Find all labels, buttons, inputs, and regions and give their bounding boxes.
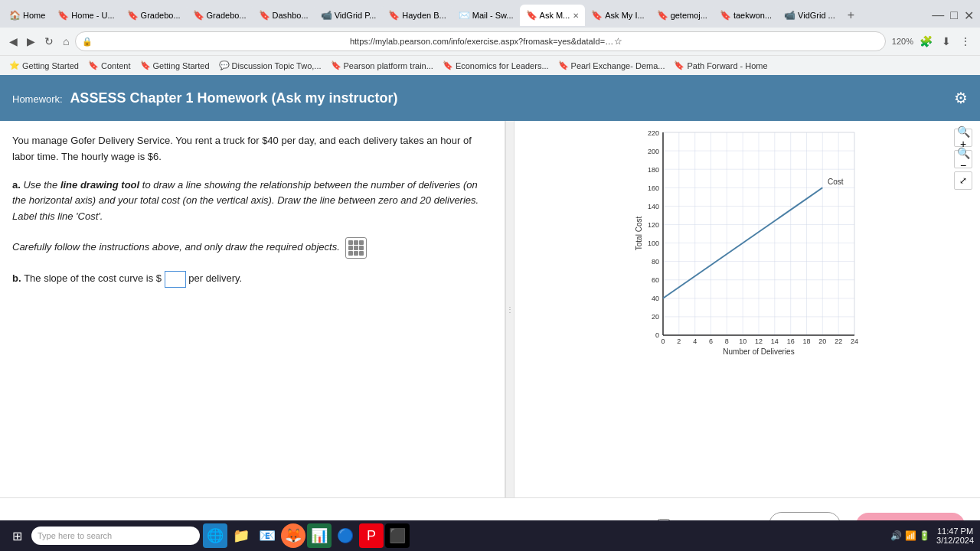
- tab-favicon-vidgrid2: 📹: [784, 10, 795, 21]
- bookmark-label-gs2: Getting Started: [153, 61, 210, 70]
- settings-gear-button[interactable]: ⚙: [954, 89, 968, 107]
- bookmark-discussion[interactable]: 💬 Discussion Topic Two,...: [216, 59, 325, 72]
- tab-favicon-taekwon: 🔖: [720, 10, 730, 21]
- tab-grade2[interactable]: 🔖 Gradebo...: [187, 5, 253, 26]
- bookmark-icon-pearl: 🔖: [558, 60, 569, 70]
- tab-askinst[interactable]: 🔖 Ask My I...: [585, 5, 650, 26]
- tab-favicon-grade1: 🔖: [127, 10, 138, 21]
- bookmark-getting-started[interactable]: ⭐ Getting Started: [6, 59, 82, 72]
- minimize-button[interactable]: —: [929, 5, 947, 25]
- grid-tool-button[interactable]: [345, 237, 367, 259]
- tab-mail[interactable]: ✉️ Mail - Sw...: [452, 5, 520, 26]
- tab-favicon-home: 🏠: [9, 10, 20, 21]
- bookmark-icon-content: 🔖: [88, 60, 99, 70]
- tab-home2[interactable]: 🔖 Home - U...: [51, 5, 120, 26]
- nav-bar: ◀ ▶ ↻ ⌂ 🔒 https://mylab.pearson.com/info…: [0, 28, 980, 55]
- part-b-label: b.: [12, 272, 24, 284]
- slope-input[interactable]: [165, 271, 186, 288]
- tab-close-active[interactable]: ✕: [573, 11, 579, 20]
- start-button[interactable]: ⊞: [6, 526, 28, 546]
- tab-favicon-ask: 🔖: [526, 10, 537, 21]
- taskbar: ⊞ Type here to search 🌐 📁 📧 🦊 📊 🔵 P ⬛ 🔊 …: [0, 520, 980, 551]
- tab-home[interactable]: 🏠 Home: [3, 5, 51, 26]
- expand-button[interactable]: ⤢: [954, 171, 972, 190]
- taskbar-search-box[interactable]: Type here to search: [31, 527, 200, 545]
- tab-vidgrid1[interactable]: 📹 VidGrid P...: [315, 5, 383, 26]
- taskbar-systray: 🔊 📶 🔋 11:47 PM 3/12/2024: [890, 527, 974, 545]
- tab-taekwon[interactable]: 🔖 taekwon...: [714, 5, 778, 26]
- maximize-button[interactable]: □: [947, 5, 961, 25]
- bookmark-label-disc: Discussion Topic Two,...: [232, 61, 322, 70]
- taskbar-clock: 11:47 PM 3/12/2024: [936, 527, 974, 545]
- close-button[interactable]: ✕: [961, 5, 977, 26]
- tab-label-home2: Home - U...: [71, 11, 114, 20]
- bookmark-icon-pearson: 🔖: [331, 60, 341, 70]
- tab-favicon-dash: 🔖: [259, 10, 270, 21]
- tab-label-home: Home: [23, 11, 45, 20]
- bookmark-pathforward[interactable]: 🔖 Path Forward - Home: [671, 59, 770, 72]
- tab-ask-active[interactable]: 🔖 Ask M... ✕: [520, 5, 586, 26]
- bookmark-pearson[interactable]: 🔖 Pearson platform train...: [328, 59, 436, 72]
- taskbar-app-mail[interactable]: 📧: [255, 523, 279, 548]
- tab-vidgrid2[interactable]: 📹 VidGrid ...: [778, 5, 841, 26]
- bookmark-content[interactable]: 🔖 Content: [85, 59, 134, 72]
- address-text: https://mylab.pearson.com/info/exercise.…: [350, 37, 614, 46]
- tab-dash[interactable]: 🔖 Dashbo...: [253, 5, 315, 26]
- taskbar-app-folder[interactable]: 📁: [229, 523, 253, 548]
- zoom-out-button[interactable]: 🔍−: [954, 150, 972, 168]
- new-tab-button[interactable]: +: [841, 5, 861, 25]
- taskbar-app-excel[interactable]: 📊: [307, 523, 332, 548]
- svg-text:6: 6: [709, 337, 713, 345]
- taskbar-app-firefox[interactable]: 🦊: [281, 523, 305, 548]
- tab-label-ask: Ask M...: [540, 11, 570, 20]
- taskbar-app-chrome[interactable]: 🔵: [333, 523, 358, 548]
- taskbar-app-edge[interactable]: 🌐: [203, 523, 227, 548]
- svg-text:10: 10: [739, 337, 746, 345]
- bookmark-label-pearl: Pearl Exchange- Dema...: [571, 61, 665, 70]
- y-axis-labels: 0 20 40 60 80 100 120 140 160 180 200 22…: [648, 129, 659, 339]
- grid-tool-icon: [348, 240, 364, 256]
- svg-text:8: 8: [725, 337, 729, 345]
- home-nav-button[interactable]: ⌂: [60, 34, 72, 49]
- page-header: Homework: ASSESS Chapter 1 Homework (Ask…: [0, 75, 980, 121]
- tab-label-hayden: Hayden B...: [402, 11, 446, 20]
- menu-button[interactable]: ⋮: [957, 34, 974, 49]
- graph-panel: 🔍+ 🔍− ⤢: [514, 121, 980, 497]
- part-b-text: b. The slope of the cost curve is $ per …: [12, 271, 492, 288]
- svg-text:16: 16: [787, 337, 795, 345]
- tab-hayden[interactable]: 🔖 Hayden B...: [382, 5, 452, 26]
- tab-label-grade2: Gradebo...: [207, 11, 247, 20]
- svg-text:24: 24: [851, 337, 858, 345]
- bookmark-econ[interactable]: 🔖 Economics for Leaders...: [439, 59, 552, 72]
- bookmarks-bar: ⭐ Getting Started 🔖 Content 🔖 Getting St…: [0, 55, 980, 75]
- downloads-button[interactable]: ⬇: [939, 34, 954, 49]
- bookmark-label-pearson: Pearson platform train...: [344, 61, 433, 70]
- panel-divider[interactable]: ⋮: [505, 121, 514, 497]
- bookmark-pearl[interactable]: 🔖 Pearl Exchange- Dema...: [555, 59, 668, 72]
- svg-text:140: 140: [648, 203, 659, 210]
- bookmark-star[interactable]: ☆: [614, 36, 878, 47]
- svg-text:12: 12: [755, 337, 763, 345]
- svg-text:18: 18: [802, 337, 810, 345]
- address-bar[interactable]: 🔒 https://mylab.pearson.com/info/exercis…: [75, 31, 885, 51]
- extensions-button[interactable]: 🧩: [916, 34, 936, 49]
- svg-text:220: 220: [648, 129, 659, 137]
- refresh-button[interactable]: ↻: [41, 34, 57, 49]
- svg-text:180: 180: [648, 166, 659, 174]
- taskbar-app-cmd[interactable]: ⬛: [385, 523, 410, 548]
- part-a-text: a. Use the line drawing tool to draw a l…: [12, 178, 492, 225]
- zoom-in-button[interactable]: 🔍+: [954, 129, 972, 147]
- forward-button[interactable]: ▶: [24, 34, 38, 49]
- taskbar-app-pearson[interactable]: P: [359, 523, 384, 548]
- svg-text:22: 22: [835, 337, 842, 345]
- problem-intro-text: You manage Gofer Delivery Service. You r…: [12, 133, 492, 165]
- bookmark-icon-pf: 🔖: [674, 60, 684, 70]
- tab-grade1[interactable]: 🔖 Gradebo...: [121, 5, 187, 26]
- back-button[interactable]: ◀: [6, 34, 21, 49]
- page-header-title: Homework: ASSESS Chapter 1 Homework (Ask…: [12, 90, 397, 106]
- tab-label-mail: Mail - Sw...: [472, 11, 514, 20]
- tab-getemoji[interactable]: 🔖 getemoj...: [651, 5, 714, 26]
- bookmark-label-gs: Getting Started: [22, 61, 79, 70]
- systray-icons: 🔊 📶 🔋: [890, 530, 930, 541]
- bookmark-gs2[interactable]: 🔖 Getting Started: [137, 59, 213, 72]
